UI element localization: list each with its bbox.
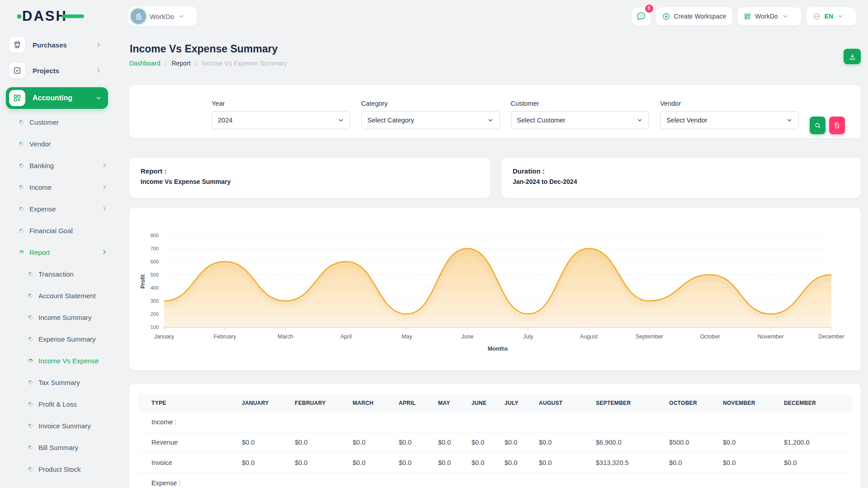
app-logo[interactable]: DASH: [18, 7, 90, 26]
duration-summary-card: Duration : Jan-2024 to Dec-2024: [501, 158, 861, 198]
column-header: SEPTEMBER: [596, 394, 669, 412]
breadcrumb-report-link[interactable]: Report: [172, 60, 191, 67]
sidebar-item-purchases[interactable]: Purchases: [6, 36, 108, 54]
filter-actions: [810, 117, 845, 134]
language-selector[interactable]: EN: [806, 7, 856, 25]
sidebar-item-label: Tax Summary: [38, 379, 80, 386]
svg-text:100: 100: [151, 324, 159, 330]
row-value: $313,320.5: [596, 453, 669, 473]
sidebar-item-projects[interactable]: Projects: [6, 61, 108, 80]
bullet-icon: [28, 336, 33, 342]
bullet-icon: [19, 206, 24, 212]
breadcrumb-dashboard-link[interactable]: Dashboard: [129, 60, 160, 67]
app-window: DASH WorkDo 0 Create Workspace WorkDo: [0, 0, 868, 488]
section-label: Expense :: [138, 473, 852, 488]
sidebar-item-income[interactable]: Income: [0, 176, 114, 198]
workspace-selector[interactable]: WorkDo: [128, 6, 197, 26]
tasks-icon: [9, 62, 25, 79]
row-type: Invoice: [138, 453, 242, 473]
topbar-actions: 0 Create Workspace WorkDo EN: [632, 7, 856, 26]
table-header-row: TYPEJANUARYFEBRUARYMARCHAPRILMAYJUNEJULY…: [138, 394, 852, 412]
svg-text:December: December: [818, 333, 844, 340]
notification-badge: 0: [645, 5, 653, 13]
sidebar-item-financial-goal[interactable]: Financial Goal: [0, 220, 114, 241]
sidebar: PurchasesProjectsAccountingCustomerVendo…: [0, 33, 114, 488]
bullet-icon: [28, 466, 33, 472]
column-header: NOVEMBER: [723, 394, 784, 412]
category-filter: Category Select Category: [361, 100, 500, 129]
chart-card: 100200300400500600700800JanuaryFebruaryM…: [129, 208, 861, 371]
row-value: $0.0: [295, 453, 353, 473]
chevron-right-icon: [101, 183, 108, 191]
svg-text:500: 500: [151, 272, 159, 277]
svg-text:November: November: [758, 333, 784, 340]
column-header: APRIL: [399, 394, 438, 412]
table-row[interactable]: Revenue$0.0$0.0$0.0$0.0$0.0$0.0$0.0$0.0$…: [138, 432, 852, 453]
sidebar-item-income-summary[interactable]: Income Summary: [0, 306, 114, 328]
sidebar-item-banking[interactable]: Banking: [0, 155, 114, 176]
sidebar-item-product-stock[interactable]: Product Stock: [0, 458, 114, 480]
sidebar-item-income-vs-expense[interactable]: Income Vs Expense: [0, 350, 114, 371]
column-header: AUGUST: [539, 394, 596, 412]
sidebar-item-profit-loss[interactable]: Profit & Loss: [0, 393, 114, 415]
sidebar-item-label: Expense Summary: [38, 335, 96, 343]
sidebar-item-label: Transaction: [38, 270, 74, 278]
sidebar-item-report[interactable]: Report: [0, 241, 114, 263]
report-label: Report :: [141, 167, 479, 175]
section-label: Income :: [138, 412, 852, 432]
bullet-icon: [28, 314, 33, 320]
chevron-right-icon: [101, 249, 108, 256]
customer-label: Customer: [511, 100, 650, 107]
column-header: DECEMBER: [784, 394, 852, 412]
globe-icon: [812, 12, 821, 21]
chevron-right-icon: [101, 205, 108, 212]
sidebar-item-transaction[interactable]: Transaction: [0, 263, 114, 285]
sidebar-item-accounting[interactable]: Accounting: [6, 87, 108, 109]
row-value: $0.0: [539, 453, 596, 473]
apply-filter-button[interactable]: [810, 117, 826, 134]
year-select[interactable]: 2024: [212, 111, 350, 129]
column-header: FEBRUARY: [295, 394, 353, 412]
vendor-select[interactable]: Select Vendor: [660, 111, 799, 129]
sidebar-item-expense[interactable]: Expense: [0, 198, 114, 220]
customer-select[interactable]: Select Customer: [511, 111, 650, 129]
building-icon: [134, 12, 143, 21]
sidebar-item-tax-summary[interactable]: Tax Summary: [0, 371, 114, 393]
sidebar-item-vendor[interactable]: Vendor: [0, 133, 114, 155]
sidebar-nav: PurchasesProjectsAccountingCustomerVendo…: [0, 36, 114, 488]
report-value: Income Vs Expense Summary: [141, 178, 479, 185]
sidebar-item-cash-flow[interactable]: Cash Flow: [0, 480, 114, 488]
sidebar-item-account-statement[interactable]: Account Statement: [0, 285, 114, 306]
messages-button[interactable]: 0: [632, 7, 651, 26]
report-summary-card: Report : Income Vs Expense Summary: [129, 158, 491, 198]
topbar: DASH WorkDo 0 Create Workspace WorkDo: [0, 0, 868, 33]
svg-text:January: January: [154, 333, 175, 340]
chevron-right-icon: [95, 67, 102, 74]
sidebar-item-expense-summary[interactable]: Expense Summary: [0, 328, 114, 350]
bullet-icon: [28, 380, 33, 385]
download-button[interactable]: [844, 49, 861, 64]
svg-text:Months: Months: [488, 346, 508, 352]
sidebar-item-invoice-summary[interactable]: Invoice Summary: [0, 415, 114, 436]
svg-text:July: July: [523, 333, 533, 340]
logo-bar-accent: [61, 14, 84, 18]
row-value: $0.0: [784, 453, 852, 473]
table-section-row: Income :: [138, 412, 852, 432]
vendor-label: Vendor: [660, 100, 799, 107]
sidebar-item-bill-summary[interactable]: Bill Summary: [0, 436, 114, 458]
svg-text:600: 600: [151, 259, 159, 264]
category-select[interactable]: Select Category: [361, 111, 500, 129]
svg-text:Profit: Profit: [140, 274, 146, 288]
row-value: $6,900.0: [596, 432, 669, 453]
chevron-down-icon: [338, 117, 344, 123]
category-label: Category: [361, 100, 500, 107]
svg-text:March: March: [278, 333, 293, 340]
chevron-down-icon: [786, 117, 793, 123]
chevron-right-icon: [95, 41, 102, 48]
table-row[interactable]: Invoice$0.0$0.0$0.0$0.0$0.0$0.0$0.0$0.0$…: [138, 453, 852, 473]
reset-filter-button[interactable]: [829, 117, 845, 134]
create-workspace-button[interactable]: Create Workspace: [656, 7, 733, 25]
app-menu-button[interactable]: WorkDo: [737, 7, 801, 25]
sidebar-item-customer[interactable]: Customer: [0, 111, 114, 133]
row-value: $0.0: [353, 453, 399, 473]
